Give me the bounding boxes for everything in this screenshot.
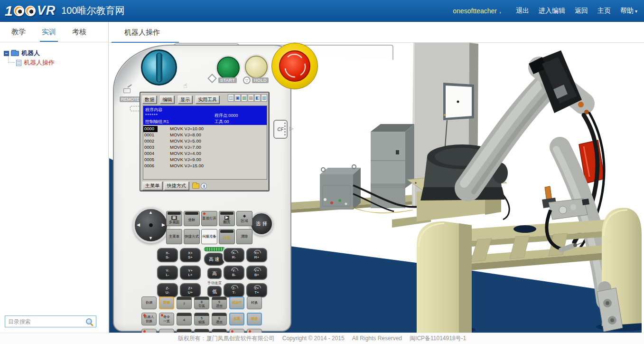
logout-link[interactable]: 退出 [516, 7, 529, 15]
emergency-stop-button[interactable] [271, 43, 318, 89]
toolbar-icon[interactable]: ◫ [228, 94, 234, 102]
jog-key-x-minus[interactable]: X- S- [157, 248, 178, 262]
folder-icon[interactable] [192, 183, 199, 189]
shortcut-button[interactable]: 快捷方式 [164, 182, 189, 190]
jog-key-z-minus[interactable]: Z- U- [157, 283, 178, 297]
username[interactable]: onesoftteacher [453, 7, 497, 15]
high-speed-button[interactable]: 高速 [204, 253, 225, 266]
cf-card-slot[interactable]: CF [273, 120, 288, 139]
program-line[interactable]: 0004MOVK VJ=4.00 [143, 151, 267, 157]
speed-high-button[interactable]: 高 [207, 268, 222, 279]
tree-node-robot[interactable]: 机器人 [4, 48, 103, 58]
key-servo-ready[interactable]: 伺服准备 [201, 229, 217, 244]
simulation-viewport[interactable]: REMOTE ☝ TEACH PLAY START ▽ HOLD [109, 43, 642, 333]
search-input[interactable] [5, 316, 86, 327]
menu-display-button[interactable]: 显示 [178, 96, 192, 104]
key-delete[interactable]: 删除 [229, 329, 244, 333]
toolbar-icon[interactable]: ▣ [234, 94, 241, 102]
top-header: 1 VR 100唯尔教育网 onesoftteacher， 退出 进入编辑 返回… [0, 0, 644, 22]
key-inform-list[interactable]: 命令 一览 [159, 313, 174, 325]
tab-robot-operation[interactable]: 机器人操作 [124, 22, 160, 42]
key-robot-switch[interactable]: 机器人 切换 [141, 313, 157, 325]
start-button[interactable] [217, 57, 240, 79]
home-link[interactable]: 主页 [597, 7, 611, 15]
site-logo[interactable]: 1 VR [5, 3, 56, 19]
key-shift[interactable]: 转换 [247, 296, 262, 309]
toolbar-icon[interactable]: ▤ [248, 94, 254, 102]
key-assist[interactable]: 辅助 [219, 229, 235, 244]
key-9-wire-feed[interactable]: 9 进丝 [212, 296, 227, 309]
program-line[interactable]: 0000MOVK VJ=10.00 [143, 126, 267, 132]
toolbar-icon[interactable]: ▥ [261, 94, 267, 102]
key-coord[interactable]: 坐标 [184, 211, 200, 226]
cursor-dpad[interactable]: ▲ ▼ ◀ ▶ [133, 207, 169, 243]
tree-root-label[interactable]: 机器人 [21, 49, 40, 57]
tab-teaching[interactable]: 教学 [9, 22, 28, 42]
key-7[interactable]: 7 [177, 296, 192, 309]
back-link[interactable]: 返回 [575, 7, 588, 15]
logo-eye-icon [25, 6, 36, 16]
menu-data-button[interactable]: 数据 [142, 96, 157, 104]
hold-button[interactable] [245, 56, 268, 78]
key-simple-menu[interactable]: 快捷方式 [184, 229, 200, 244]
key-6-wire-retract[interactable]: 6 退丝 [212, 313, 227, 325]
enter-edit-link[interactable]: 进入编辑 [539, 7, 565, 15]
right-arrow-icon[interactable]: ▶ [162, 222, 165, 227]
key-1[interactable]: 1 [177, 329, 192, 333]
program-line[interactable]: 0006MOVK VJ=15.00 [143, 163, 267, 169]
left-arrow-icon[interactable]: ◀ [137, 222, 140, 227]
jog-key-rx-plus[interactable]: X+ R+ [246, 248, 267, 262]
down-arrow-icon[interactable]: ▼ [149, 236, 153, 240]
key-page[interactable]: ▶ 翻页 [219, 211, 235, 226]
key-multi-screen[interactable]: ▦ 多画面 [166, 211, 182, 226]
key-area[interactable]: ◆ 区域 [236, 211, 252, 226]
jog-key-x-plus[interactable]: X+ S+ [180, 248, 201, 262]
main-menu-button[interactable]: 主菜单 [142, 182, 162, 190]
select-button[interactable]: 选择 [250, 212, 273, 236]
jog-key-rz-plus[interactable]: Z+ T+ [246, 283, 267, 297]
program-line[interactable]: 0001MOVK VJ=8.00 [143, 132, 267, 138]
tree-node-robot-operation[interactable]: 机器人操作 [7, 58, 103, 67]
mode-selector-knob[interactable] [141, 49, 177, 86]
toolbar-icon[interactable]: ◧ [254, 94, 261, 102]
program-line[interactable]: 0003MOVK VJ=7.00 [143, 144, 267, 151]
positioner-left-pillar [417, 221, 472, 333]
collapse-icon[interactable] [4, 51, 9, 56]
up-arrow-icon[interactable]: ▲ [149, 210, 153, 215]
key-2[interactable]: 2 [194, 329, 209, 333]
key-external-axis[interactable]: 外部轴 [141, 329, 157, 333]
jog-key-rx-minus[interactable]: X- R- [224, 248, 244, 262]
tab-training[interactable]: 实训 [40, 22, 58, 42]
key-8-arc-on[interactable]: 8 引弧 [194, 296, 209, 309]
tree-child-label[interactable]: 机器人操作 [24, 58, 55, 67]
jog-key-rz-minus[interactable]: Z- T- [224, 283, 244, 297]
jog-key-ry-plus[interactable]: Y+ B+ [246, 266, 267, 280]
key-3[interactable]: 3 ↑ [212, 329, 227, 333]
menu-edit-button[interactable]: 编辑 [160, 96, 174, 104]
menu-utility-button[interactable]: 实用工具 [196, 96, 219, 104]
key-forward[interactable]: 前进 [247, 313, 262, 325]
key-backward[interactable]: 后退 [229, 313, 244, 325]
key-4[interactable]: 4 [177, 313, 192, 325]
key-insert[interactable]: 插入 [247, 329, 262, 333]
search-icon[interactable] [86, 318, 92, 325]
key-assist-2[interactable]: 辅助 [159, 329, 174, 333]
jog-key-ry-minus[interactable]: Y- B- [224, 266, 244, 280]
help-menu[interactable]: 帮助▾ [620, 7, 637, 15]
tab-assessment[interactable]: 考核 [70, 22, 88, 42]
key-main-menu[interactable]: 主菜单 [166, 229, 182, 244]
key-interlock[interactable]: 联锁 [159, 296, 174, 309]
toolbar-icon[interactable]: ▨ [241, 94, 247, 102]
program-line[interactable]: 0002MOVK VJ=5.00 [143, 138, 267, 144]
key-test-start[interactable]: 试运行 [229, 296, 244, 309]
info-icon[interactable] [201, 183, 207, 189]
key-5-arc-off[interactable]: 5 熄弧 [194, 313, 209, 325]
jog-key-y-minus[interactable]: Y- L- [157, 266, 178, 280]
jog-key-z-plus[interactable]: Z+ U+ [180, 283, 201, 297]
key-cancel[interactable]: 清除 [236, 229, 252, 244]
key-synchro[interactable]: 协调 [141, 296, 157, 309]
key-direct-open[interactable]: 直接打开 [201, 211, 217, 226]
program-line[interactable]: 0005MOVK VJ=9.00 [143, 157, 267, 163]
jog-key-y-plus[interactable]: Y+ L+ [180, 266, 201, 280]
speed-low-button[interactable]: 低 [207, 286, 222, 297]
